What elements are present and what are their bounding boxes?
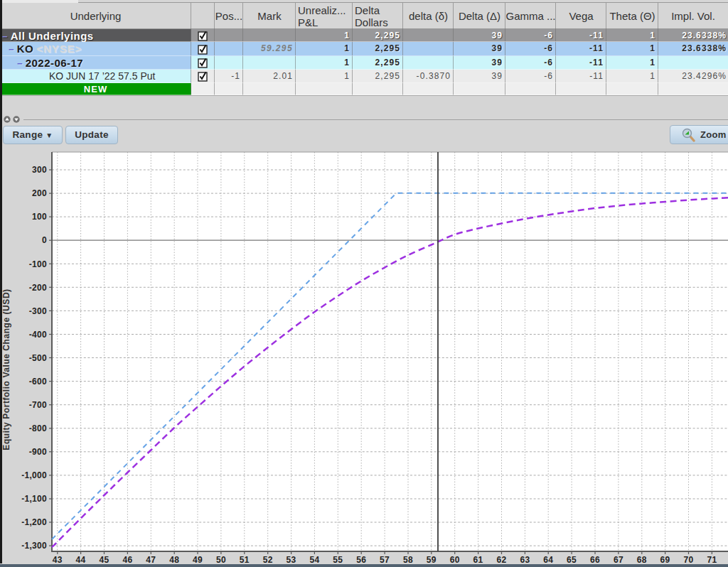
svg-text:-1,300: -1,300 (21, 541, 47, 551)
svg-text:49: 49 (193, 555, 203, 565)
svg-text:43: 43 (53, 555, 63, 565)
svg-text:-800: -800 (29, 423, 47, 433)
svg-text:65: 65 (567, 555, 577, 565)
svg-text:55: 55 (333, 555, 343, 565)
svg-text:-700: -700 (29, 400, 47, 410)
svg-text:300: 300 (32, 165, 47, 175)
svg-text:-100: -100 (29, 259, 47, 269)
svg-text:48: 48 (169, 555, 179, 565)
svg-text:50: 50 (216, 555, 226, 565)
svg-text:67: 67 (614, 555, 623, 565)
svg-text:200: 200 (32, 188, 47, 198)
svg-text:58: 58 (403, 555, 413, 565)
svg-text:59: 59 (427, 555, 437, 565)
svg-text:100: 100 (32, 212, 47, 222)
svg-text:Equity Portfolio Value Change: Equity Portfolio Value Change (USD) (1, 288, 11, 450)
svg-text:54: 54 (309, 555, 319, 565)
svg-text:-300: -300 (29, 306, 47, 316)
svg-text:61: 61 (473, 555, 483, 565)
svg-text:60: 60 (450, 555, 460, 565)
svg-text:66: 66 (590, 555, 600, 565)
svg-text:46: 46 (122, 555, 132, 565)
svg-text:47: 47 (146, 555, 156, 565)
svg-text:71: 71 (707, 555, 717, 565)
svg-text:-500: -500 (29, 353, 47, 363)
svg-text:70: 70 (684, 555, 694, 565)
svg-text:63: 63 (520, 555, 530, 565)
svg-text:-1,100: -1,100 (21, 494, 47, 504)
svg-text:-400: -400 (29, 330, 47, 340)
svg-text:57: 57 (380, 555, 390, 565)
svg-text:62: 62 (497, 555, 507, 565)
svg-text:44: 44 (76, 555, 86, 565)
svg-text:56: 56 (356, 555, 366, 565)
svg-text:51: 51 (240, 555, 250, 565)
svg-text:69: 69 (660, 555, 670, 565)
svg-text:-200: -200 (29, 283, 47, 293)
svg-text:-900: -900 (29, 447, 47, 457)
svg-text:-1,000: -1,000 (21, 470, 47, 480)
svg-text:53: 53 (287, 555, 296, 565)
svg-text:-600: -600 (29, 377, 47, 387)
svg-text:68: 68 (637, 555, 647, 565)
svg-text:0: 0 (42, 235, 47, 245)
svg-text:45: 45 (100, 555, 109, 565)
svg-text:52: 52 (263, 555, 273, 565)
svg-text:-1,200: -1,200 (21, 517, 47, 527)
svg-text:64: 64 (543, 555, 553, 565)
